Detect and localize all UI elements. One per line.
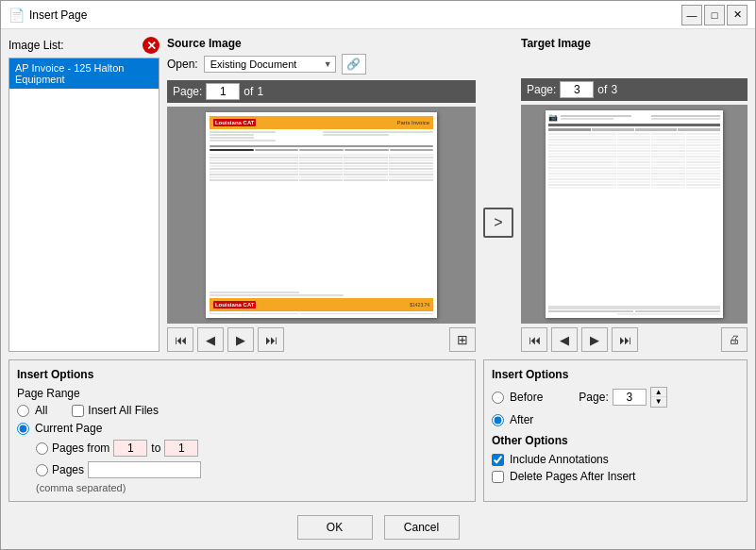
footer-buttons: OK Cancel [1, 509, 755, 549]
pages-from-row: Pages from to [36, 440, 467, 457]
image-list-panel: Image List: ✕ AP Invoice - 125 Halton Eq… [8, 37, 160, 352]
page-label-right: Page: [579, 391, 608, 404]
target-page-label: Page: [527, 83, 556, 96]
target-page-of: of [597, 83, 607, 96]
source-add-button[interactable]: ⊞ [449, 327, 476, 352]
insert-options-right-title: Insert Options [492, 368, 739, 381]
delete-pages-checkbox[interactable] [492, 471, 504, 483]
insert-options-right: Insert Options Before Page: ▲ ▼ Afte [483, 359, 748, 502]
current-page-radio-row: Current Page [17, 422, 467, 435]
cancel-button[interactable]: Cancel [384, 515, 460, 540]
maximize-button[interactable]: □ [704, 5, 725, 25]
after-radio[interactable] [492, 414, 504, 426]
source-first-button[interactable]: ⏮ [167, 327, 193, 352]
ok-button[interactable]: OK [297, 515, 373, 540]
link-button[interactable]: 🔗 [342, 54, 366, 75]
target-doc-preview: 📷 [546, 110, 722, 318]
comma-note: (comma separated) [36, 482, 467, 493]
insert-all-files-label: Insert All Files [88, 404, 159, 417]
bottom-area: Insert Options Page Range All Insert All… [1, 359, 755, 509]
pages-label: Pages [52, 463, 84, 476]
insert-options-title: Insert Options [17, 368, 467, 381]
before-radio-row: Before [492, 391, 543, 404]
current-page-radio[interactable] [17, 423, 29, 435]
close-button[interactable]: ✕ [727, 5, 748, 25]
target-doc-header: 📷 [548, 113, 719, 122]
doc-logo: Louisiana CAT [213, 119, 257, 126]
include-annotations-checkbox[interactable] [492, 454, 504, 466]
spinner-up-button[interactable]: ▲ [651, 388, 666, 397]
target-next-button[interactable]: ▶ [581, 327, 608, 352]
delete-pages-row: Delete Pages After Insert [492, 470, 739, 483]
image-list-title: Image List: [8, 39, 64, 52]
window-icon: 📄 [8, 8, 24, 23]
target-image-title: Target Image [521, 37, 748, 50]
target-page-total: 3 [611, 83, 617, 96]
target-page-row: Page: of 3 [521, 78, 748, 101]
insert-page-window: 📄 Insert Page — □ ✕ Image List: ✕ AP Inv… [0, 0, 756, 550]
target-first-button[interactable]: ⏮ [521, 327, 547, 352]
before-label: Before [510, 391, 543, 404]
before-radio[interactable] [492, 392, 504, 404]
spinner-down-button[interactable]: ▼ [651, 397, 666, 407]
current-page-label: Current Page [35, 422, 102, 435]
open-row: Open: Existing Document New Document Sca… [167, 54, 476, 75]
pages-text-row: Pages [36, 461, 467, 478]
doc-footer-logo: Louisiana CAT [213, 301, 257, 308]
open-select[interactable]: Existing Document New Document Scanner [204, 56, 336, 73]
minimize-button[interactable]: — [681, 5, 702, 25]
source-page-total: 1 [257, 85, 263, 98]
source-image-title: Source Image [167, 37, 476, 50]
insert-options-left: Insert Options Page Range All Insert All… [8, 359, 476, 502]
target-scan-button[interactable]: 🖨 [721, 327, 748, 352]
source-doc-preview: Louisiana CAT Parts Invoice [206, 112, 437, 319]
pages-to-input[interactable] [164, 440, 198, 457]
source-page-input[interactable] [206, 83, 240, 100]
source-panel: Source Image Open: Existing Document New… [167, 37, 476, 352]
include-annotations-label: Include Annotations [510, 453, 609, 466]
target-page-input[interactable] [560, 81, 594, 98]
camera-icon: 📷 [548, 113, 558, 122]
source-image-preview: Louisiana CAT Parts Invoice [167, 107, 476, 324]
image-list-box: AP Invoice - 125 Halton Equipment [8, 58, 160, 352]
doc-total: $1423.74 [410, 302, 429, 308]
source-page-label: Page: [173, 85, 202, 98]
target-prev-button[interactable]: ◀ [551, 327, 578, 352]
title-bar-buttons: — □ ✕ [681, 5, 748, 25]
source-page-row: Page: of 1 [167, 80, 476, 103]
pages-from-label: Pages from [52, 442, 109, 455]
all-radio[interactable] [17, 405, 29, 417]
target-nav-controls: ⏮ ◀ ▶ ⏭ 🖨 [521, 327, 748, 352]
all-label: All [35, 404, 47, 417]
source-page-of: of [244, 85, 253, 98]
page-range-title: Page Range [17, 387, 467, 400]
pages-from-radio[interactable] [36, 442, 48, 455]
spinner-buttons: ▲ ▼ [650, 387, 667, 408]
insert-all-files-checkbox[interactable] [72, 405, 84, 417]
doc-title: Parts Invoice [396, 120, 429, 125]
target-image-preview: 📷 [521, 105, 748, 324]
page-number-input[interactable] [613, 389, 647, 406]
delete-image-button[interactable]: ✕ [143, 37, 160, 54]
other-options-title: Other Options [492, 434, 739, 447]
doc-content [210, 131, 433, 297]
arrow-panel: > [483, 37, 513, 352]
list-item[interactable]: AP Invoice - 125 Halton Equipment [9, 58, 159, 89]
after-radio-row: After [492, 413, 739, 426]
delete-pages-label: Delete Pages After Insert [510, 470, 635, 483]
pages-text-input[interactable] [88, 461, 201, 478]
source-prev-button[interactable]: ◀ [197, 327, 224, 352]
pages-radio[interactable] [36, 464, 48, 476]
source-nav-controls: ⏮ ◀ ▶ ⏭ ⊞ [167, 327, 476, 352]
include-annotations-row: Include Annotations [492, 453, 739, 466]
source-last-button[interactable]: ⏭ [258, 327, 284, 352]
image-list-label: Image List: ✕ [8, 37, 160, 54]
window-title: Insert Page [29, 8, 681, 22]
after-label: After [510, 413, 533, 426]
pages-from-input[interactable] [113, 440, 147, 457]
title-bar: 📄 Insert Page — □ ✕ [1, 1, 755, 29]
source-next-button[interactable]: ▶ [227, 327, 254, 352]
main-content: Image List: ✕ AP Invoice - 125 Halton Eq… [1, 29, 755, 359]
insert-arrow-button[interactable]: > [483, 208, 513, 238]
target-last-button[interactable]: ⏭ [612, 327, 638, 352]
